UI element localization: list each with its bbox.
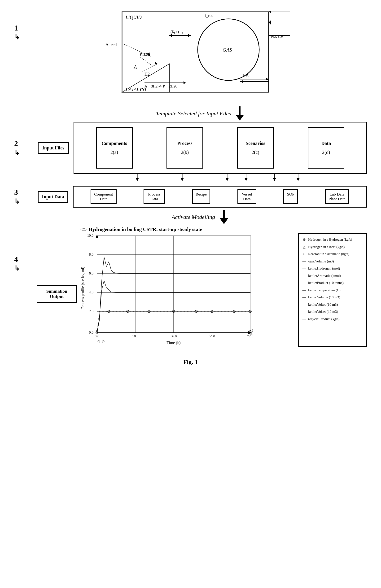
legend-item-11: — recycle:Product (kg/s) xyxy=(301,316,363,322)
activate-modelling-label: Activate Modelling xyxy=(172,214,215,220)
legend-item-10: — kettle:Volset (10 m3) xyxy=(301,308,363,315)
file-box-process: Process 2(b) xyxy=(167,127,203,168)
data-box-vessel: VesselData xyxy=(237,189,256,204)
legend-symbol-0: ⊖ xyxy=(301,236,307,243)
chart-legend: ⊖ Hydrogen in : Hydrogen (kg/s) △ Hydrog… xyxy=(298,233,367,347)
legend-symbol-5: — xyxy=(301,272,307,279)
legend-item-2: O Reactant in : Aromatic (kg/s) xyxy=(301,251,363,257)
svg-text:0.0: 0.0 xyxy=(89,331,93,334)
legend-symbol-8: — xyxy=(301,294,307,301)
legend-item-7: — kettle:Temperature (C) xyxy=(301,287,363,294)
svg-text:0.0: 0.0 xyxy=(95,334,99,338)
chart-title: Hydrogenation in boiling CSTR: start-up … xyxy=(88,227,202,232)
data-box-labdata: Lab DataPlant Data xyxy=(325,189,349,204)
svg-marker-49 xyxy=(273,178,276,181)
data-boxes-container: ComponentData ProcessData Recipe VesselD… xyxy=(73,186,367,208)
chart-title-icons: ◁□▷ xyxy=(80,228,87,231)
svg-text:GAS: GAS xyxy=(223,47,232,53)
svg-rect-10 xyxy=(269,12,290,36)
simulation-chart: 10.0 8.0 6.0 4.0 2.0 0.0 0.0 18.0 36.0 5… xyxy=(80,233,265,347)
chart-container: ◁□▷ Hydrogenation in boiling CSTR: start… xyxy=(80,227,367,347)
input-data-box: Input Data xyxy=(38,191,68,203)
svg-text:◁□▷: ◁□▷ xyxy=(97,339,105,343)
file-box-data: Data 2(d) xyxy=(308,127,344,168)
file-box-components: Components 2(a) xyxy=(96,127,133,168)
data-box-component: ComponentData xyxy=(91,189,116,204)
legend-symbol-1: △ xyxy=(301,244,307,250)
section1-label: 1 ↳ xyxy=(14,9,33,41)
svg-text:10.0: 10.0 xyxy=(87,233,93,237)
section4-num: 4 ↳ xyxy=(14,227,33,272)
svg-text:t_res: t_res xyxy=(205,13,213,18)
legend-symbol-11: — xyxy=(301,316,307,322)
svg-text:CATALYST: CATALYST xyxy=(126,87,147,92)
svg-marker-87 xyxy=(96,234,98,238)
legend-item-0: ⊖ Hydrogen in : Hydrogen (kg/s) xyxy=(301,236,363,243)
svg-text:6.0: 6.0 xyxy=(89,272,93,275)
page-container: 1 ↳ LIQUID CATALYST GAS xyxy=(0,0,381,588)
legend-symbol-2: O xyxy=(301,251,307,257)
data-box-sop: SOP xyxy=(283,189,298,204)
simulation-output-box: Simulation Output xyxy=(37,285,77,303)
svg-marker-45 xyxy=(226,178,229,181)
svg-text:36.0: 36.0 xyxy=(170,334,177,338)
svg-text:LIQUID: LIQUID xyxy=(125,15,142,20)
input-files-box: Input Files xyxy=(38,142,69,154)
svg-text:Time (h): Time (h) xyxy=(167,340,180,345)
legend-item-6: — kettle:Product (10 tonne) xyxy=(301,279,363,286)
template-selected-label: Template Selected for Input Files xyxy=(156,110,231,117)
svg-text:a): a) xyxy=(176,30,179,34)
file-box-scenarios: Scenarios 2(c) xyxy=(237,127,274,168)
legend-item-4: — kettle:Hydrogen (mol) xyxy=(301,265,363,272)
svg-text:L: L xyxy=(174,32,176,35)
svg-text:8.0: 8.0 xyxy=(89,252,93,256)
svg-text:P,H20: P,H20 xyxy=(140,52,149,56)
fig-label: Fig. 1 xyxy=(14,359,367,366)
legend-symbol-4: — xyxy=(301,265,307,272)
svg-text:1: 1 xyxy=(182,32,183,35)
legend-symbol-3: — xyxy=(301,258,307,265)
svg-text:18.0: 18.0 xyxy=(132,334,138,338)
legend-item-1: △ Hydrogen in : Inert (kg/s) xyxy=(301,244,363,250)
legend-item-3: — -gas:Volume (m3) xyxy=(301,258,363,265)
section2-num: 2 ↳ xyxy=(14,139,33,157)
svg-marker-51 xyxy=(297,178,300,181)
svg-text:54.0: 54.0 xyxy=(209,334,215,338)
legend-item-5: — kettle:Aromatic (kmol) xyxy=(301,272,363,279)
legend-symbol-6: — xyxy=(301,279,307,286)
svg-text:UA: UA xyxy=(243,73,249,78)
svg-text:2.0: 2.0 xyxy=(89,309,93,313)
file-boxes-outer: Components 2(a) Process 2(b) Scenarios 2… xyxy=(74,122,367,174)
legend-item-9: — kettle:Voltot (10 m3) xyxy=(301,301,363,308)
svg-text:A: A xyxy=(133,64,137,69)
data-box-process: ProcessData xyxy=(144,189,165,204)
legend-symbol-10: — xyxy=(301,308,307,315)
legend-item-8: — kettle:Volume (10 m3) xyxy=(301,294,363,301)
svg-marker-41 xyxy=(136,178,139,181)
svg-marker-43 xyxy=(181,178,184,181)
section3-num: 3 ↳ xyxy=(14,188,33,206)
svg-text:Process profile (see legend): Process profile (see legend) xyxy=(81,267,85,309)
connector-arrows-1 xyxy=(80,174,360,186)
svg-text:▷: ▷ xyxy=(250,332,253,336)
data-box-recipe: Recipe xyxy=(192,189,210,204)
svg-text:◁: ◁ xyxy=(250,329,253,332)
svg-text:A + 3H2 -> P + 2H20: A + 3H2 -> P + 2H20 xyxy=(145,84,177,88)
svg-text:4.0: 4.0 xyxy=(89,290,93,294)
legend-symbol-7: — xyxy=(301,287,307,294)
svg-text:H2: H2 xyxy=(145,72,150,77)
reactor-diagram: LIQUID CATALYST GAS t_res p H2, CH4 xyxy=(103,9,297,104)
svg-marker-47 xyxy=(245,178,248,181)
legend-symbol-9: — xyxy=(301,301,307,308)
svg-text:A feed: A feed xyxy=(106,42,117,47)
